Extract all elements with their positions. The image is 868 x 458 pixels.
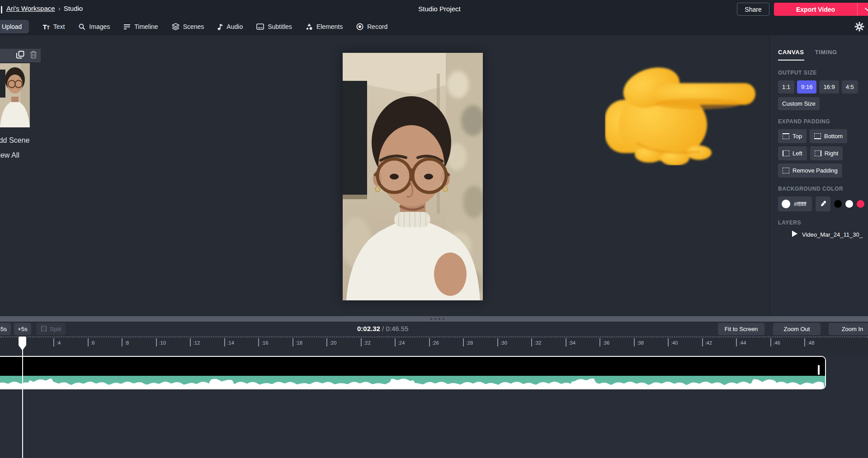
eyedropper-icon[interactable] xyxy=(816,196,830,211)
breadcrumb-separator: › xyxy=(58,5,61,12)
ratio-1-1-button[interactable]: 1:1 xyxy=(778,80,794,93)
project-title: Studio Project xyxy=(394,5,485,13)
toolbar-item-text[interactable]: TT Text xyxy=(42,23,65,30)
ruler-tick: :46 xyxy=(770,338,780,346)
toolbar-item-label: Audio xyxy=(226,23,243,30)
ruler-tick: :16 xyxy=(258,338,268,346)
tab-timing[interactable]: TIMING xyxy=(815,49,837,61)
swatch-black[interactable] xyxy=(834,200,842,208)
toolbar-item-label: Subtitles xyxy=(268,23,292,30)
tab-canvas[interactable]: CANVAS xyxy=(778,49,804,61)
trash-icon[interactable] xyxy=(30,51,37,61)
toolbar-item-label: Text xyxy=(53,23,65,30)
export-video-button[interactable]: Export Video xyxy=(774,3,868,16)
ruler-tick: :34 xyxy=(566,338,576,346)
toolbar-item-timeline[interactable]: Timeline xyxy=(123,23,158,30)
pad-right-icon xyxy=(815,150,821,156)
audio-waveform xyxy=(0,376,825,388)
color-hex-value: #ffffff xyxy=(794,201,807,207)
pad-bottom-label: Bottom xyxy=(824,133,843,140)
background-color-row: #ffffff xyxy=(778,196,868,211)
swatch-red[interactable] xyxy=(857,200,864,208)
toolbar-item-label: Scenes xyxy=(183,23,204,30)
output-size-heading: OUTPUT SIZE xyxy=(778,70,868,76)
video-preview[interactable] xyxy=(343,53,483,300)
panel-tabs: CANVAS TIMING xyxy=(778,49,868,61)
ratio-16-9-button[interactable]: 16:9 xyxy=(819,80,839,93)
ruler-tick: :42 xyxy=(702,338,712,346)
ruler-tick: :4 xyxy=(53,338,61,346)
pointing-right-hand-emoji[interactable] xyxy=(605,57,760,165)
ruler-tick: :20 xyxy=(326,338,336,346)
background-color-button[interactable]: #ffffff xyxy=(778,196,812,211)
duplicate-icon[interactable] xyxy=(16,51,24,61)
app-logo-partial xyxy=(1,6,2,14)
split-label: Split xyxy=(50,326,61,332)
zoom-in-button[interactable]: Zoom In xyxy=(829,323,868,335)
ruler-tick: :18 xyxy=(292,338,302,346)
record-icon xyxy=(356,23,363,30)
ratio-buttons: 1:1 9:16 16:9 4:5 xyxy=(778,80,868,93)
timeline-resize-handle[interactable] xyxy=(0,316,868,322)
split-button[interactable]: Split xyxy=(36,323,66,335)
shapes-icon xyxy=(306,23,313,30)
view-all-button[interactable]: View All xyxy=(0,151,19,159)
toolbar-item-images[interactable]: Images xyxy=(78,23,110,30)
swatch-white[interactable] xyxy=(845,200,853,208)
ratio-9-16-button[interactable]: 9:16 xyxy=(797,80,816,93)
toolbar-item-elements[interactable]: Elements xyxy=(306,23,343,30)
ruler-tick: :24 xyxy=(395,338,405,346)
ruler-tick: :48 xyxy=(804,338,814,346)
remove-padding-button[interactable]: Remove Padding xyxy=(778,164,842,178)
ruler-tick: :8 xyxy=(122,338,129,346)
scene-thumbnail[interactable] xyxy=(0,63,30,127)
chevron-down-icon[interactable] xyxy=(858,7,868,11)
clip-trim-handle[interactable] xyxy=(818,365,820,375)
toolbar-item-audio[interactable]: Audio xyxy=(217,23,243,30)
pad-right-button[interactable]: Right xyxy=(810,146,843,160)
playhead-line xyxy=(22,336,23,458)
layers-stack-icon xyxy=(172,23,179,30)
zoom-out-button[interactable]: Zoom Out xyxy=(773,323,821,335)
text-icon: TT xyxy=(42,23,49,30)
ruler-tick: :44 xyxy=(736,338,746,346)
canvas-area[interactable]: Add Scene View All xyxy=(0,35,769,316)
pad-top-button[interactable]: Top xyxy=(778,129,807,143)
add-scene-button[interactable]: Add Scene xyxy=(0,136,29,145)
pad-bottom-icon xyxy=(814,133,821,139)
subtitles-icon xyxy=(256,23,264,30)
export-video-label: Export Video xyxy=(774,6,857,13)
forward-5s-button[interactable]: +5s xyxy=(14,323,31,335)
workspace-link[interactable]: Ari's Workspace xyxy=(6,5,55,12)
search-icon xyxy=(78,23,85,30)
toolbar-item-subtitles[interactable]: Subtitles xyxy=(256,23,292,30)
share-button[interactable]: Share xyxy=(737,3,769,16)
toolbar-item-record[interactable]: Record xyxy=(356,23,387,30)
timeline-ruler[interactable]: :4:6:8:10:12:14:16:18:20:22:24:26:28:30:… xyxy=(0,336,868,356)
remove-padding-icon xyxy=(783,168,789,173)
video-clip[interactable] xyxy=(0,356,826,389)
gear-icon[interactable] xyxy=(854,22,864,33)
pad-bottom-button[interactable]: Bottom xyxy=(810,129,847,143)
remove-padding-label: Remove Padding xyxy=(793,167,838,174)
toolbar-item-label: Record xyxy=(367,23,387,30)
back-5s-button[interactable]: -5s xyxy=(0,323,11,335)
toolbar-item-upload[interactable]: Upload xyxy=(0,20,29,33)
layer-row[interactable]: Video_Mar_24_11_30_ xyxy=(792,230,868,239)
ratio-4-5-button[interactable]: 4:5 xyxy=(842,80,858,93)
current-time: 0:02.32 xyxy=(357,325,380,332)
clip-body xyxy=(0,357,825,376)
ruler-tick: :6 xyxy=(88,338,95,346)
custom-size-button[interactable]: Custom Size xyxy=(778,97,820,110)
fit-to-screen-button[interactable]: Fit to Screen xyxy=(718,323,764,335)
pad-left-button[interactable]: Left xyxy=(778,146,807,160)
toolbar-item-label: Timeline xyxy=(134,23,158,30)
toolbar-item-scenes[interactable]: Scenes xyxy=(172,23,204,30)
pad-left-icon xyxy=(783,150,789,156)
ruler-tick: :32 xyxy=(531,338,541,346)
time-display: 0:02.32 / 0:46.55 xyxy=(357,325,457,332)
timeline-controls: -5s +5s Split 0:02.32 / 0:46.55 Fit to S… xyxy=(0,322,868,336)
editor-toolbar: Upload TT Text Images Timeline Scenes Au… xyxy=(0,18,868,35)
layers-heading: LAYERS xyxy=(778,220,868,226)
ruler-tick: :12 xyxy=(190,338,200,346)
